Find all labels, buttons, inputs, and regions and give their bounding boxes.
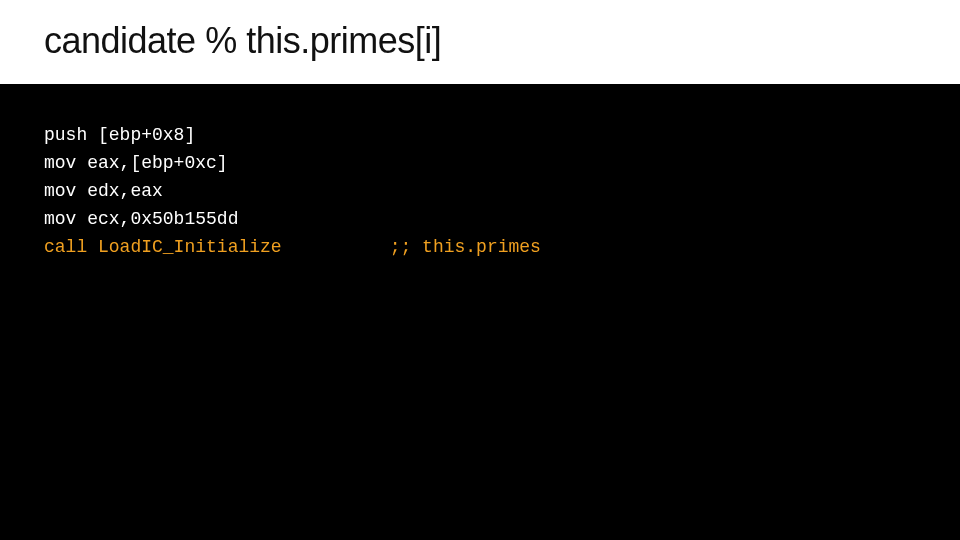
- code-padding: [282, 234, 390, 262]
- instruction: mov edx,eax: [44, 181, 163, 201]
- slide-header: candidate % this.primes[i]: [0, 0, 960, 84]
- instruction: push [ebp+0x8]: [44, 125, 195, 145]
- slide-title: candidate % this.primes[i]: [44, 20, 441, 62]
- instruction-highlight: call LoadIC_Initialize: [44, 237, 282, 257]
- code-line: mov ecx,0x50b155dd: [44, 206, 916, 234]
- code-line: call LoadIC_Initialize ;; this.primes: [44, 234, 916, 262]
- code-line: mov eax,[ebp+0xc]: [44, 150, 916, 178]
- instruction: mov ecx,0x50b155dd: [44, 209, 238, 229]
- code-comment: ;; this.primes: [390, 237, 541, 257]
- instruction: mov eax,[ebp+0xc]: [44, 153, 228, 173]
- assembly-code-block: push [ebp+0x8] mov eax,[ebp+0xc] mov edx…: [0, 84, 960, 299]
- code-line: mov edx,eax: [44, 178, 916, 206]
- code-line: push [ebp+0x8]: [44, 122, 916, 150]
